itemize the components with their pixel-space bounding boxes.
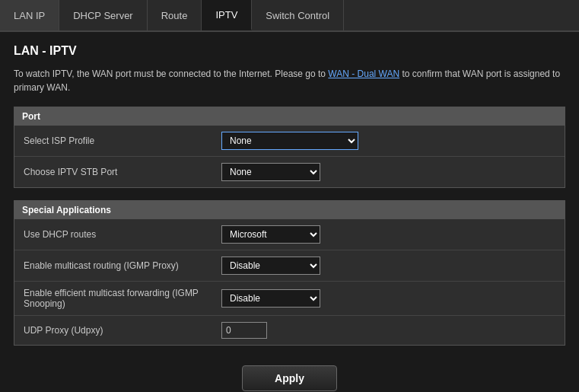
- choose-iptv-stb-port-row: Choose IPTV STB Port None: [14, 157, 565, 187]
- tab-iptv[interactable]: IPTV: [202, 0, 252, 30]
- wan-dual-wan-link[interactable]: WAN - Dual WAN: [328, 69, 399, 79]
- description: To watch IPTV, the WAN port must be conn…: [14, 67, 565, 94]
- port-section-body: Select ISP Profile None Choose IPTV STB …: [14, 126, 565, 187]
- port-section: Port Select ISP Profile None Choose IPTV…: [14, 107, 565, 188]
- select-isp-profile-label: Select ISP Profile: [24, 135, 221, 146]
- port-section-header: Port: [14, 107, 565, 126]
- tab-route[interactable]: Route: [148, 0, 202, 30]
- enable-multicast-routing-label: Enable multicast routing (IGMP Proxy): [24, 260, 221, 271]
- description-prefix: To watch IPTV, the WAN port must be conn…: [14, 69, 328, 79]
- enable-efficient-multicast-select[interactable]: Disable Enable: [221, 289, 320, 308]
- udp-proxy-row: UDP Proxy (Udpxy): [14, 316, 565, 345]
- choose-iptv-stb-port-select[interactable]: None: [221, 163, 320, 181]
- special-applications-header: Special Applications: [14, 201, 565, 219]
- choose-iptv-stb-port-label: Choose IPTV STB Port: [24, 167, 221, 177]
- tab-lan-ip[interactable]: LAN IP: [0, 0, 59, 30]
- main-content: LAN - IPTV To watch IPTV, the WAN port m…: [0, 32, 579, 392]
- enable-multicast-routing-row: Enable multicast routing (IGMP Proxy) Di…: [14, 250, 565, 282]
- use-dhcp-routes-select[interactable]: Microsoft No Yes: [221, 225, 320, 244]
- page-title: LAN - IPTV: [14, 44, 565, 58]
- special-applications-section: Special Applications Use DHCP routes Mic…: [14, 200, 565, 346]
- tab-bar: LAN IP DHCP Server Route IPTV Switch Con…: [0, 0, 579, 32]
- apply-button[interactable]: Apply: [242, 365, 337, 391]
- apply-row: Apply: [14, 358, 565, 392]
- enable-efficient-multicast-label: Enable efficient multicast forwarding (I…: [24, 288, 221, 309]
- use-dhcp-routes-label: Use DHCP routes: [24, 229, 221, 240]
- special-applications-body: Use DHCP routes Microsoft No Yes Enable …: [14, 219, 565, 345]
- enable-multicast-routing-select[interactable]: Disable Enable: [221, 257, 320, 275]
- enable-efficient-multicast-row: Enable efficient multicast forwarding (I…: [14, 282, 565, 316]
- udp-proxy-input[interactable]: [221, 322, 267, 339]
- use-dhcp-routes-row: Use DHCP routes Microsoft No Yes: [14, 219, 565, 250]
- select-isp-profile-row: Select ISP Profile None: [14, 126, 565, 157]
- select-isp-profile-select[interactable]: None: [221, 132, 358, 150]
- tab-dhcp-server[interactable]: DHCP Server: [59, 0, 148, 30]
- udp-proxy-label: UDP Proxy (Udpxy): [24, 325, 221, 336]
- tab-switch-control[interactable]: Switch Control: [252, 0, 344, 30]
